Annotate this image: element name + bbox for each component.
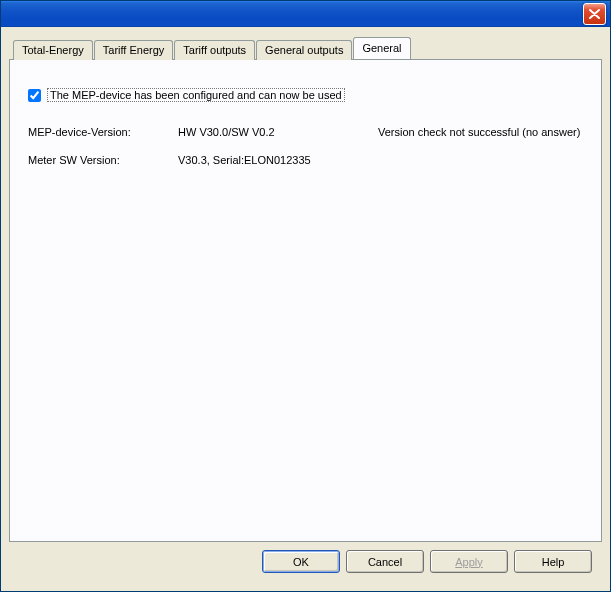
close-button[interactable] <box>583 3 606 25</box>
close-icon <box>589 9 600 19</box>
meter-sw-value: V30.3, Serial:ELON012335 <box>178 154 311 166</box>
tab-general-outputs[interactable]: General outputs <box>256 40 352 60</box>
button-bar: OK Cancel Apply Help <box>9 542 602 583</box>
ok-button[interactable]: OK <box>262 550 340 573</box>
tab-strip: Total-Energy Tariff Energy Tariff output… <box>9 37 602 59</box>
meter-sw-row: Meter SW Version: V30.3, Serial:ELON0123… <box>28 154 583 166</box>
device-version-value: HW V30.0/SW V0.2 <box>178 126 378 138</box>
tab-tariff-energy[interactable]: Tariff Energy <box>94 40 174 60</box>
version-check-status: Version check not successful (no answer) <box>378 126 583 138</box>
apply-button[interactable]: Apply <box>430 550 508 573</box>
configured-checkbox[interactable] <box>28 89 41 102</box>
meter-sw-label: Meter SW Version: <box>28 154 178 166</box>
titlebar <box>1 1 610 27</box>
cancel-button[interactable]: Cancel <box>346 550 424 573</box>
tab-panel-general: The MEP-device has been configured and c… <box>9 59 602 542</box>
configured-label: The MEP-device has been configured and c… <box>47 88 345 102</box>
apply-button-label: Apply <box>455 556 483 568</box>
tab-tariff-outputs[interactable]: Tariff outputs <box>174 40 255 60</box>
help-button[interactable]: Help <box>514 550 592 573</box>
client-area: Total-Energy Tariff Energy Tariff output… <box>1 27 610 591</box>
configured-row: The MEP-device has been configured and c… <box>28 88 583 102</box>
device-version-label: MEP-device-Version: <box>28 126 178 138</box>
dialog-window: Total-Energy Tariff Energy Tariff output… <box>0 0 611 592</box>
device-version-row: MEP-device-Version: HW V30.0/SW V0.2 Ver… <box>28 126 583 138</box>
tab-total-energy[interactable]: Total-Energy <box>13 40 93 60</box>
tab-general[interactable]: General <box>353 37 410 59</box>
